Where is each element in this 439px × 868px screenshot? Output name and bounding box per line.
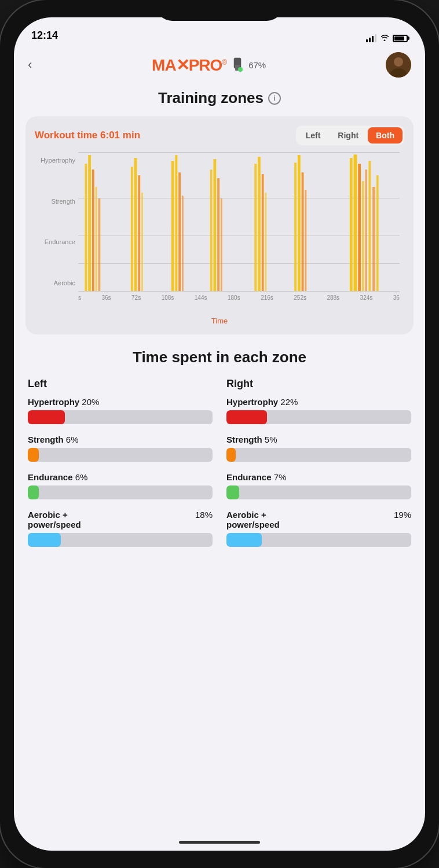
chart-header: Workout time 6:01 min Left Right Both xyxy=(35,126,404,145)
status-time: 12:14 xyxy=(31,30,58,43)
y-label-aerobic: Aerobic xyxy=(35,279,75,286)
svg-rect-24 xyxy=(258,157,261,291)
svg-rect-39 xyxy=(85,233,87,291)
chart-main xyxy=(78,152,400,291)
device-icon xyxy=(232,57,245,73)
x-label-36: 36s xyxy=(101,295,111,301)
svg-rect-13 xyxy=(138,175,140,291)
time-axis-label: Time xyxy=(35,314,404,330)
right-endurance-bar xyxy=(226,486,411,499)
signal-icon xyxy=(366,34,376,42)
svg-rect-22 xyxy=(221,198,222,291)
chart-card: Workout time 6:01 min Left Right Both Hy… xyxy=(25,116,414,334)
x-label-144: 144s xyxy=(195,295,207,301)
workout-time: Workout time 6:01 min xyxy=(35,130,140,141)
svg-rect-29 xyxy=(302,172,304,291)
x-label-252: 252s xyxy=(294,295,306,301)
left-zone-strength: Strength 6% xyxy=(28,435,213,462)
svg-rect-37 xyxy=(372,187,375,291)
svg-rect-30 xyxy=(305,190,306,291)
right-col-label: Right xyxy=(226,378,411,390)
left-endurance-bar xyxy=(28,486,213,499)
zones-left-col: Left Hypertrophy 20% Strength 6% xyxy=(28,378,213,557)
right-hypertrophy-bar xyxy=(226,410,411,424)
x-label-288: 288s xyxy=(327,295,339,301)
screen: 12:14 ‹ MA✕PRO® xyxy=(14,17,425,851)
page-title: Training zones xyxy=(158,89,264,107)
toggle-right-button[interactable]: Right xyxy=(330,127,367,144)
x-label-36e: 36 xyxy=(393,295,400,301)
svg-rect-36 xyxy=(368,161,371,291)
status-bar: 12:14 xyxy=(14,17,425,47)
x-label-324: 324s xyxy=(360,295,373,301)
logo: MA✕PRO® xyxy=(152,56,226,75)
zones-right-col: Right Hypertrophy 22% Strength 5% xyxy=(226,378,411,557)
wifi-icon xyxy=(380,34,389,43)
x-label-108: 108s xyxy=(162,295,174,301)
phone-frame: 12:14 ‹ MA✕PRO® xyxy=(0,0,439,868)
svg-rect-21 xyxy=(217,178,220,291)
right-zone-hypertrophy: Hypertrophy 22% xyxy=(226,397,411,424)
svg-rect-23 xyxy=(254,164,257,291)
device-pct: 67% xyxy=(248,60,266,70)
back-button[interactable]: ‹ xyxy=(28,57,32,72)
svg-rect-10 xyxy=(98,198,100,291)
toggle-left-button[interactable]: Left xyxy=(298,127,329,144)
toggle-group: Left Right Both xyxy=(296,126,404,145)
svg-rect-32 xyxy=(354,155,357,291)
svg-rect-7 xyxy=(88,155,91,291)
svg-rect-34 xyxy=(362,181,364,291)
svg-rect-42 xyxy=(210,236,213,291)
chart-area: Hypertrophy Strength Endurance Aerobic xyxy=(35,152,404,314)
right-strength-bar xyxy=(226,448,411,462)
svg-rect-35 xyxy=(365,170,367,291)
page-title-area: Training zones i xyxy=(14,87,425,116)
device-indicator: 67% xyxy=(232,57,266,73)
chart-y-labels: Hypertrophy Strength Endurance Aerobic xyxy=(35,152,75,291)
y-label-hypertrophy: Hypertrophy xyxy=(35,157,75,164)
svg-rect-26 xyxy=(265,193,266,291)
svg-rect-40 xyxy=(131,239,133,291)
battery-icon xyxy=(393,35,408,42)
left-zone-endurance: Endurance 6% xyxy=(28,472,213,499)
chart-bars-svg xyxy=(78,152,400,291)
left-hypertrophy-bar xyxy=(28,410,213,424)
info-icon[interactable]: i xyxy=(268,92,281,105)
left-zone-hypertrophy: Hypertrophy 20% xyxy=(28,397,213,424)
svg-rect-9 xyxy=(96,187,97,291)
status-icons xyxy=(366,34,408,43)
left-strength-bar xyxy=(28,448,213,462)
svg-rect-33 xyxy=(358,164,361,291)
svg-point-2 xyxy=(238,67,243,72)
svg-rect-18 xyxy=(182,196,184,291)
zones-title: Time spent in each zone xyxy=(28,348,411,366)
svg-rect-38 xyxy=(376,175,379,291)
x-label-216: 216s xyxy=(261,295,273,301)
x-label-0: s xyxy=(78,295,81,301)
left-col-label: Left xyxy=(28,378,213,390)
svg-rect-12 xyxy=(134,158,137,291)
x-label-72: 72s xyxy=(131,295,141,301)
svg-rect-25 xyxy=(262,174,264,291)
svg-rect-16 xyxy=(175,155,177,291)
home-indicator xyxy=(179,841,260,844)
svg-rect-28 xyxy=(298,155,301,291)
left-aerobic-bar xyxy=(28,533,213,547)
workout-time-value: 6:01 min xyxy=(100,130,140,141)
right-zone-endurance: Endurance 7% xyxy=(226,472,411,499)
right-aerobic-bar xyxy=(226,533,411,547)
notch xyxy=(156,0,283,21)
toggle-both-button[interactable]: Both xyxy=(368,127,403,144)
zones-section: Time spent in each zone Left Hypertrophy… xyxy=(14,334,425,557)
y-label-endurance: Endurance xyxy=(35,238,75,245)
svg-rect-8 xyxy=(92,170,94,291)
header: ‹ MA✕PRO® 67% xyxy=(14,47,425,87)
y-label-strength: Strength xyxy=(35,198,75,205)
svg-rect-20 xyxy=(213,159,216,291)
logo-area: MA✕PRO® 67% xyxy=(152,56,266,75)
svg-rect-41 xyxy=(171,230,174,291)
svg-point-4 xyxy=(394,57,403,67)
x-label-180: 180s xyxy=(228,295,240,301)
zones-columns: Left Hypertrophy 20% Strength 6% xyxy=(28,378,411,557)
avatar xyxy=(386,52,411,78)
